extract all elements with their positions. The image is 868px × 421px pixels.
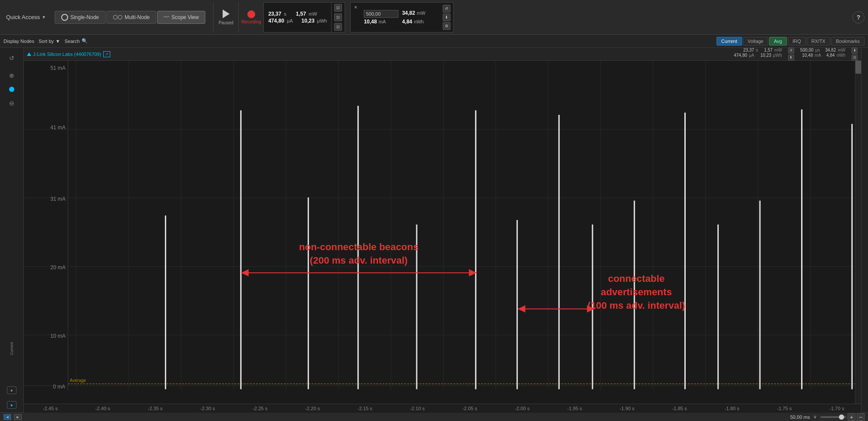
left-sidebar: ↺ ⊕ ⊖ Current ■ ■ (0, 48, 24, 412)
multi-node-label: Multi-Node (125, 14, 150, 20)
header-interval-power: 34,82 (825, 48, 836, 52)
header-icon-sc[interactable]: ⊡ (852, 55, 858, 61)
quick-access-label: Quick Access (6, 14, 40, 20)
sort-by-button[interactable]: Sort by ▼ (39, 39, 60, 44)
sidebar-icon-2[interactable]: ■ (7, 401, 16, 409)
header-power-value: 1,57 (764, 48, 773, 52)
svg-rect-41 (759, 201, 760, 389)
zoom-out-btn[interactable]: − (857, 413, 865, 421)
play-triangle-icon (223, 10, 230, 18)
svg-rect-31 (308, 197, 309, 389)
filter-avg[interactable]: Avg (769, 37, 787, 46)
scroll-left-button[interactable]: ◄ (3, 414, 11, 420)
multi-node-button[interactable]: ⬡⬡ Multi-Node (106, 11, 156, 24)
scope-view-button[interactable]: 〰 Scope View (157, 11, 205, 24)
scroll-thumb[interactable] (855, 61, 861, 74)
right-sidebar (861, 48, 868, 412)
charge-unit: μA (287, 18, 293, 23)
single-node-icon (61, 14, 68, 21)
filter-voltage[interactable]: Voltage (743, 37, 769, 46)
chevron-down-icon: ▼ (42, 15, 46, 20)
help-button[interactable]: ? (852, 11, 865, 23)
status-bar-right: 50,00 ms ∨ + − (790, 413, 865, 421)
quick-access-button[interactable]: Quick Access ▼ (3, 12, 49, 22)
zoom-unit-icon: ∨ (813, 414, 817, 420)
device-expand-button[interactable]: ↗ (103, 51, 110, 57)
time-stats: 23,37 s 1,57 mW 474,80 μA 10,23 μWh (264, 2, 332, 33)
filter-rxtx[interactable]: RX/TX (807, 37, 830, 46)
svg-rect-36 (559, 115, 560, 389)
single-node-button[interactable]: Single-Node (55, 11, 105, 24)
vertical-scrollbar[interactable] (855, 61, 861, 404)
svg-rect-42 (801, 109, 802, 389)
header-time-group: 23,37 s 1,57 mW 474,80 μA 10,23 μWh (734, 48, 782, 61)
interval-duration-input[interactable] (364, 10, 398, 18)
display-nodes-label: Display Nodes (3, 39, 34, 44)
play-button[interactable]: Paused (214, 2, 239, 33)
svg-text:advertisements: advertisements (601, 287, 672, 297)
header-icon-dl[interactable]: ⬇ (788, 55, 794, 61)
zoom-slider-thumb[interactable] (839, 414, 844, 420)
power-unit: mW (309, 11, 317, 16)
zoom-in-button[interactable]: ⊕ (6, 69, 18, 82)
header-charge-row: 474,80 μA 10,23 μWh (734, 53, 782, 58)
svg-text:-1.85 s: -1.85 s (672, 406, 687, 411)
svg-text:Average: Average (70, 378, 86, 383)
device-triangle-icon (27, 52, 31, 56)
multi-node-icon: ⬡⬡ (113, 14, 122, 20)
header-interval-energy-unit: nWh (836, 53, 845, 58)
header-icons-2: ⬇ ⊡ (852, 48, 858, 61)
zoom-reset-button[interactable]: ↺ (6, 52, 18, 64)
zoom-level-value: 50,00 ms (790, 414, 810, 420)
energy-value: 10,23 (302, 18, 315, 24)
chart-svg-container: 51 mA 41 mA 31 mA 20 mA 10 mA 0 mA Avera… (24, 61, 861, 404)
zoom-slider[interactable] (820, 416, 846, 418)
svg-text:-2.25 s: -2.25 s (253, 406, 268, 411)
header-icon-reset[interactable]: ↺ (788, 48, 794, 54)
interval-duration-cell (364, 10, 398, 18)
time-row: 23,37 s 1,57 mW (268, 11, 327, 17)
header-icon-dl2[interactable]: ⬇ (852, 48, 858, 54)
playback-icon-3[interactable]: ⊡ (334, 23, 342, 31)
header-power-unit: mW (774, 48, 782, 52)
svg-text:-1.80 s: -1.80 s (724, 406, 740, 411)
svg-text:41 mA: 41 mA (50, 124, 66, 131)
playback-icon-2[interactable]: ⊡ (334, 13, 342, 21)
single-node-label: Single-Node (70, 14, 99, 20)
filter-current[interactable]: Current (717, 37, 742, 46)
search-button[interactable]: Search 🔍 (65, 38, 88, 44)
svg-rect-43 (852, 124, 853, 389)
filter-bookmarks[interactable]: Bookmarks (831, 37, 865, 46)
zoom-controls: + − (820, 413, 865, 421)
playback-icon-1[interactable]: ⊡ (334, 4, 342, 12)
interval-icon-2[interactable]: ⬇ (443, 13, 450, 21)
interval-icon-1[interactable]: ↺ (443, 5, 450, 13)
filter-irq[interactable]: IRQ (788, 37, 806, 46)
sort-by-label: Sort by (39, 39, 54, 44)
display-nodes-button[interactable]: Display Nodes (3, 39, 34, 44)
scroll-right-button[interactable]: ► (14, 414, 22, 420)
playback-controls: Paused Recording 23,37 s 1,57 mW 474,80 … (213, 2, 345, 33)
svg-text:-2.40 s: -2.40 s (95, 406, 111, 411)
zoom-out-button[interactable]: ⊖ (6, 97, 18, 109)
svg-text:-1.70 s: -1.70 s (829, 406, 845, 411)
svg-text:10 mA: 10 mA (50, 333, 66, 339)
interval-power-unit: mW (417, 10, 425, 16)
header-energy-unit: μWh (773, 53, 782, 58)
interval-power-cell: 34,82 mW (402, 10, 437, 18)
record-button[interactable]: Recording (239, 2, 264, 33)
svg-text:-1.95 s: -1.95 s (567, 406, 582, 411)
interval-close-icon[interactable]: × (351, 3, 360, 32)
header-interval-energy: 4,84 (826, 53, 835, 58)
interval-data: 34,82 mW 10,48 mA 4,84 nWh (360, 3, 440, 32)
svg-text:0 mA: 0 mA (53, 383, 66, 389)
header-interval-row-1: 500,00 μs 34,82 mW (800, 48, 845, 52)
filter-buttons: Current Voltage Avg IRQ RX/TX Bookmarks (717, 37, 865, 46)
svg-text:-1.90 s: -1.90 s (620, 406, 635, 411)
interval-icon-3[interactable]: ⚙ (443, 22, 450, 30)
main-chart: 51 mA 41 mA 31 mA 20 mA 10 mA 0 mA Avera… (24, 61, 861, 404)
interval-current-unit: mA (378, 19, 386, 24)
sidebar-icon-1[interactable]: ■ (7, 386, 16, 394)
zoom-in-btn[interactable]: + (848, 413, 855, 421)
mode-buttons: Single-Node ⬡⬡ Multi-Node 〰 Scope View (55, 11, 205, 24)
